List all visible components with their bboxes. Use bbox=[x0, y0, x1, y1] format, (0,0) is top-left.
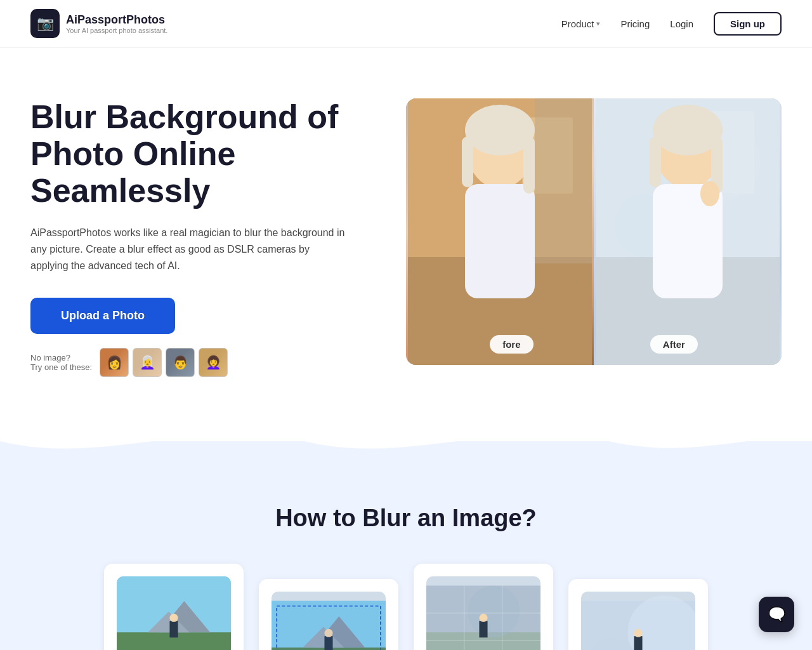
before-svg bbox=[406, 98, 594, 365]
svg-rect-8 bbox=[462, 136, 473, 187]
signup-button[interactable]: Sign up bbox=[714, 12, 782, 36]
nav-pricing[interactable]: Pricing bbox=[620, 18, 650, 29]
camera-icon: 📷 bbox=[37, 15, 54, 32]
nav-product[interactable]: Product ▾ bbox=[561, 18, 601, 29]
navigation: 📷 AiPassportPhotos Your AI passport phot… bbox=[0, 0, 812, 48]
step-card-2-image bbox=[272, 592, 386, 650]
logo-text: AiPassportPhotos Your AI passport photo … bbox=[66, 13, 167, 34]
landscape-svg-3 bbox=[426, 576, 540, 650]
svg-point-50 bbox=[634, 629, 642, 637]
sample-row: No image? Try one of these: 👩 👩‍🦳 👨 👩‍🦱 bbox=[30, 348, 381, 377]
logo-title: AiPassportPhotos bbox=[66, 13, 167, 27]
logo-icon: 📷 bbox=[30, 9, 60, 38]
wave-divider bbox=[0, 416, 812, 467]
step-card-4 bbox=[568, 579, 708, 650]
hero-right: fore After bbox=[406, 98, 782, 365]
sample-thumbs: 👩 👩‍🦳 👨 👩‍🦱 bbox=[100, 348, 228, 377]
hero-description: AiPassportPhotos works like a real magic… bbox=[30, 225, 348, 275]
sample-thumb-2[interactable]: 👩‍🦳 bbox=[133, 348, 162, 377]
step-card-1: › bbox=[104, 564, 244, 650]
svg-rect-35 bbox=[272, 601, 386, 650]
step-card-3-image bbox=[426, 576, 540, 650]
svg-point-21 bbox=[700, 181, 719, 206]
sample-thumb-3[interactable]: 👨 bbox=[166, 348, 195, 377]
svg-rect-4 bbox=[535, 98, 592, 263]
bottom-section: How to Blur an Image? bbox=[0, 467, 812, 650]
after-image bbox=[594, 98, 782, 365]
before-after-image: fore After bbox=[406, 98, 782, 365]
after-label: After bbox=[650, 335, 698, 354]
step-cards: › › bbox=[30, 564, 782, 650]
before-label: fore bbox=[490, 335, 533, 354]
before-after-labels: fore After bbox=[406, 335, 782, 354]
chevron-down-icon: ▾ bbox=[596, 20, 600, 28]
svg-rect-40 bbox=[479, 621, 487, 637]
step-card-3: › bbox=[414, 564, 553, 650]
nav-login[interactable]: Login bbox=[670, 18, 693, 29]
svg-rect-7 bbox=[465, 184, 535, 298]
svg-point-39 bbox=[468, 586, 520, 638]
landscape-photo-1 bbox=[117, 576, 231, 650]
hero-section: Blur Background of Photo Online Seamless… bbox=[0, 48, 812, 416]
chat-icon: 🗨️ bbox=[768, 606, 785, 623]
image-split bbox=[406, 98, 782, 365]
sample-thumb-4[interactable]: 👩‍🦱 bbox=[199, 348, 228, 377]
step-card-2: › bbox=[259, 579, 398, 650]
step-card-1-image bbox=[117, 576, 231, 650]
step-card-4-image bbox=[581, 592, 695, 650]
landscape-svg-4 bbox=[581, 592, 695, 650]
no-image-text: No image? Try one of these: bbox=[30, 353, 92, 372]
landscape-svg-1 bbox=[117, 576, 231, 650]
hero-title: Blur Background of Photo Online Seamless… bbox=[30, 98, 381, 209]
svg-rect-49 bbox=[634, 636, 642, 650]
chat-widget[interactable]: 🗨️ bbox=[759, 597, 794, 632]
hero-left: Blur Background of Photo Online Seamless… bbox=[30, 98, 406, 377]
sample-thumb-1[interactable]: 👩 bbox=[100, 348, 129, 377]
upload-photo-button[interactable]: Upload a Photo bbox=[30, 298, 175, 334]
logo[interactable]: 📷 AiPassportPhotos Your AI passport phot… bbox=[30, 9, 167, 38]
svg-point-28 bbox=[169, 614, 178, 622]
how-to-title: How to Blur an Image? bbox=[30, 505, 782, 532]
logo-tagline: Your AI passport photo assistant. bbox=[66, 27, 167, 34]
landscape-svg-2 bbox=[272, 592, 386, 650]
before-image bbox=[406, 98, 594, 365]
svg-rect-9 bbox=[523, 136, 535, 194]
svg-rect-27 bbox=[169, 621, 178, 637]
after-svg bbox=[594, 98, 782, 365]
nav-links: Product ▾ Pricing Login Sign up bbox=[561, 12, 782, 36]
svg-rect-19 bbox=[650, 136, 661, 187]
svg-rect-22 bbox=[0, 416, 812, 441]
svg-point-41 bbox=[479, 614, 487, 622]
